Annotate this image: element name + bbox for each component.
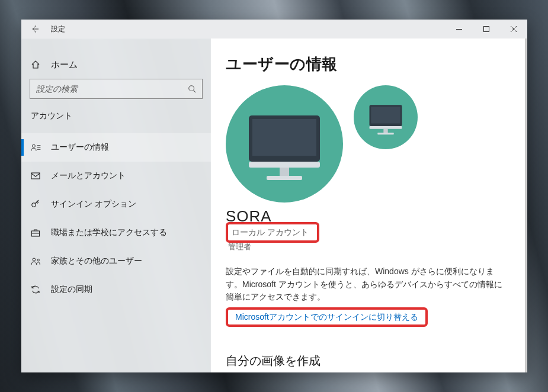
svg-point-3: [32, 203, 36, 207]
nav-item-label: ユーザーの情報: [51, 142, 109, 153]
search-input[interactable]: [36, 84, 188, 94]
svg-rect-13: [371, 107, 400, 123]
svg-point-1: [32, 144, 35, 147]
sidebar: ホーム アカウント: [21, 38, 211, 372]
svg-rect-15: [383, 129, 387, 133]
svg-rect-11: [267, 176, 302, 180]
account-type-highlight: ローカル アカウント: [226, 222, 509, 243]
avatar-row: [226, 85, 509, 203]
avatar-previous[interactable]: [354, 85, 418, 149]
avatar-current[interactable]: [226, 85, 343, 203]
nav-item-email[interactable]: メールとアカウント: [21, 162, 211, 190]
svg-rect-9: [249, 162, 320, 168]
search-container: [21, 76, 211, 105]
nav-item-label: 家族とその他のユーザー: [51, 256, 142, 266]
minimize-button[interactable]: [446, 20, 473, 38]
home-button[interactable]: ホーム: [21, 53, 211, 76]
svg-rect-8: [252, 119, 316, 156]
sync-icon: [31, 285, 43, 294]
svg-rect-14: [370, 126, 402, 129]
nav-list: ユーザーの情報 メールとアカウント サインイン オプション: [21, 128, 211, 304]
svg-point-0: [189, 86, 194, 91]
section-title: アカウント: [21, 105, 211, 128]
svg-rect-10: [280, 168, 289, 176]
window-title: 設定: [51, 24, 65, 34]
titlebar-left: 設定: [21, 20, 65, 38]
window-body: ホーム アカウント: [21, 38, 527, 372]
svg-rect-2: [31, 173, 40, 179]
nav-item-work-school[interactable]: 職場または学校にアクセスする: [21, 219, 211, 247]
search-box[interactable]: [30, 79, 203, 99]
nav-item-label: 設定の同期: [51, 284, 92, 295]
titlebar: 設定: [21, 20, 527, 38]
nav-item-family[interactable]: 家族とその他のユーザー: [21, 247, 211, 275]
people-icon: [31, 256, 43, 266]
switch-link-highlight: Microsoftアカウントでのサインインに切り替える: [226, 307, 509, 327]
svg-rect-16: [377, 133, 393, 134]
monitor-icon: [245, 113, 323, 184]
window-controls: [446, 20, 527, 38]
page-title: ユーザーの情報: [226, 54, 509, 75]
content-pane: ユーザーの情報: [211, 38, 527, 372]
settings-window: 設定 ホーム: [21, 20, 527, 372]
nav-item-sync[interactable]: 設定の同期: [21, 275, 211, 304]
search-icon: [188, 85, 196, 93]
nav-item-signin-options[interactable]: サインイン オプション: [21, 190, 211, 219]
switch-to-ms-account-link[interactable]: Microsoftアカウントでのサインインに切り替える: [235, 312, 418, 322]
briefcase-icon: [31, 228, 43, 237]
nav-item-label: サインイン オプション: [51, 199, 136, 210]
minimize-icon: [456, 29, 462, 30]
home-icon: [31, 60, 43, 69]
nav-item-label: メールとアカウント: [51, 171, 126, 181]
maximize-icon: [483, 26, 489, 32]
back-button[interactable]: [21, 20, 49, 38]
section-create-picture: 自分の画像を作成: [226, 353, 509, 369]
close-button[interactable]: [500, 20, 527, 38]
account-type-label: ローカル アカウント: [232, 227, 309, 237]
svg-point-6: [37, 259, 40, 261]
scrollbar[interactable]: [525, 38, 527, 372]
back-icon: [30, 24, 40, 34]
nav-item-label: 職場または学校にアクセスする: [51, 227, 167, 238]
key-icon: [31, 200, 43, 209]
role-label: 管理者: [228, 242, 509, 252]
maximize-button[interactable]: [473, 20, 500, 38]
home-label: ホーム: [51, 59, 78, 70]
user-info-icon: [31, 143, 43, 152]
nav-item-your-info[interactable]: ユーザーの情報: [21, 133, 211, 162]
close-icon: [511, 26, 517, 32]
mail-icon: [31, 171, 43, 181]
monitor-icon: [368, 100, 403, 140]
svg-point-5: [33, 258, 36, 261]
description-text: 設定やファイルを自動的に同期すれば、Windows がさらに便利になります。Mi…: [226, 265, 504, 304]
